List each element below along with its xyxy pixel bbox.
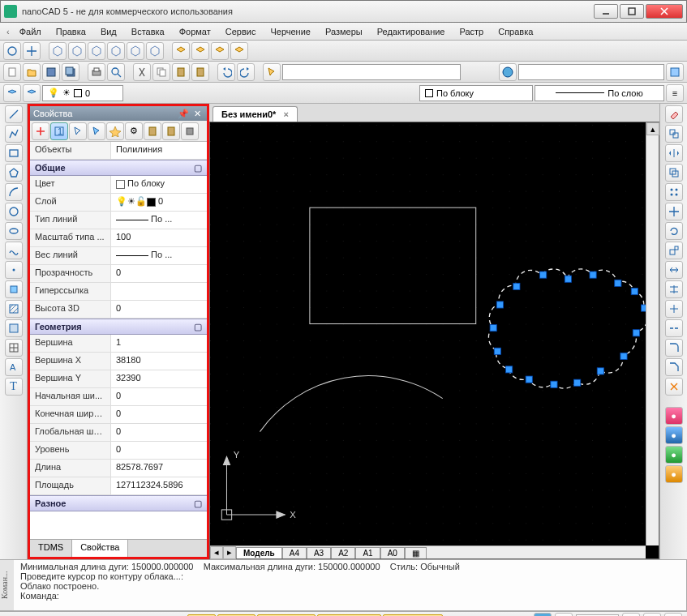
- tab-a0[interactable]: A0: [380, 547, 405, 558]
- command-window[interactable]: Коман... Минимальная длина дуги: 150000.…: [0, 559, 687, 611]
- menu-draw[interactable]: Черчение: [264, 25, 317, 38]
- properties-toggle-icon[interactable]: [666, 63, 684, 81]
- hatch-icon[interactable]: [5, 300, 23, 318]
- tab-a2[interactable]: A2: [331, 547, 355, 558]
- menu-insert[interactable]: Вставка: [125, 25, 171, 38]
- section-geometry[interactable]: Геометрия▢: [30, 319, 207, 335]
- prop-start-width-value[interactable]: 0: [111, 388, 207, 405]
- point-icon[interactable]: [5, 261, 23, 279]
- vertical-scrollbar[interactable]: ▴: [646, 122, 659, 545]
- tab-a1[interactable]: A1: [355, 547, 380, 558]
- app1-icon[interactable]: ●: [665, 407, 683, 425]
- tab-add-icon[interactable]: ▦: [405, 547, 427, 558]
- linetype-manager-icon[interactable]: ≡: [666, 84, 684, 102]
- undo-icon[interactable]: [217, 63, 235, 81]
- break-icon[interactable]: [665, 319, 683, 337]
- panel-close-icon[interactable]: ✕: [191, 109, 204, 119]
- trim-icon[interactable]: [665, 280, 683, 298]
- document-tab[interactable]: Без имени0* ×: [213, 106, 298, 122]
- tab-close-icon[interactable]: ×: [283, 109, 288, 119]
- iso-sw-icon[interactable]: [172, 42, 190, 60]
- prop-global-width-value[interactable]: 0: [111, 424, 207, 441]
- menu-dimensions[interactable]: Размеры: [319, 25, 369, 38]
- select-objects-icon[interactable]: [69, 122, 87, 140]
- box-left-icon[interactable]: [88, 42, 105, 60]
- status-icon2[interactable]: ▥: [555, 613, 573, 617]
- layer-manager-icon[interactable]: [3, 84, 21, 102]
- menu-help[interactable]: Справка: [492, 25, 539, 38]
- print-icon[interactable]: [88, 63, 105, 81]
- section-misc[interactable]: Разное▢: [30, 495, 207, 511]
- rectangle-icon[interactable]: [5, 144, 23, 162]
- paste-icon[interactable]: [172, 63, 190, 81]
- region-icon[interactable]: [5, 319, 23, 337]
- box-back-icon[interactable]: [68, 42, 86, 60]
- prop-vertex-value[interactable]: 1: [111, 335, 207, 352]
- open-icon[interactable]: [23, 63, 41, 81]
- search-input[interactable]: [518, 64, 664, 80]
- copy-obj-icon[interactable]: [665, 125, 683, 143]
- table-icon[interactable]: [5, 339, 23, 357]
- prop-hyperlink-value[interactable]: [111, 283, 207, 300]
- prop-vertex-y-value[interactable]: 32390: [111, 370, 207, 387]
- mirror-icon[interactable]: [665, 144, 683, 162]
- app2-icon[interactable]: ●: [665, 426, 683, 444]
- pick-add-icon[interactable]: [32, 122, 49, 140]
- app3-icon[interactable]: ●: [665, 446, 683, 464]
- horizontal-scrollbar[interactable]: ◂ ▸ Модель A4 A3 A2 A1 A0 ▦: [210, 545, 646, 558]
- pan-icon[interactable]: [23, 42, 41, 60]
- scroll-up-icon[interactable]: ▴: [646, 122, 659, 135]
- stretch-icon[interactable]: [665, 261, 683, 279]
- redo-icon[interactable]: [237, 63, 255, 81]
- polyline-icon[interactable]: [5, 125, 23, 143]
- help-icon[interactable]: [499, 63, 517, 81]
- box-right-icon[interactable]: [107, 42, 125, 60]
- erase-icon[interactable]: [665, 105, 683, 123]
- save-icon[interactable]: [42, 63, 60, 81]
- filter-icon[interactable]: [88, 122, 105, 140]
- orbit-icon[interactable]: [3, 42, 21, 60]
- prop-tool-icon[interactable]: ⚙: [125, 122, 143, 140]
- collapse-icon[interactable]: ▢: [194, 498, 202, 509]
- layer-state-icon[interactable]: [23, 84, 41, 102]
- linetype-combo[interactable]: По слою: [535, 85, 664, 101]
- prop-end-width-value[interactable]: 0: [111, 406, 207, 423]
- preview-icon[interactable]: [107, 63, 125, 81]
- tab-tdms[interactable]: TDMS: [30, 540, 72, 557]
- block-icon[interactable]: [5, 280, 23, 298]
- pick-icon[interactable]: [106, 122, 124, 140]
- copy-icon[interactable]: [152, 63, 170, 81]
- paste-props-icon[interactable]: [162, 122, 180, 140]
- iso-se-icon[interactable]: [191, 42, 209, 60]
- box-front-icon[interactable]: [49, 42, 67, 60]
- zoom-out-icon[interactable]: 🔍: [643, 613, 661, 617]
- text-icon[interactable]: T: [5, 378, 23, 396]
- polygon-icon[interactable]: [5, 164, 23, 182]
- iso-ne-icon[interactable]: [211, 42, 229, 60]
- box-bottom-icon[interactable]: [146, 42, 164, 60]
- line-icon[interactable]: [5, 105, 23, 123]
- scroll-left-icon[interactable]: ◂: [210, 546, 223, 559]
- canvas[interactable]: Y X ▴ ◂ ▸: [209, 122, 659, 559]
- section-general[interactable]: Общие▢: [30, 160, 207, 176]
- maximize-button[interactable]: [620, 4, 644, 19]
- app4-icon[interactable]: ●: [665, 465, 683, 483]
- copy-props-icon[interactable]: [144, 122, 161, 140]
- prop-linetype-value[interactable]: По ...: [111, 212, 207, 229]
- scroll-right-icon[interactable]: ▸: [223, 546, 236, 559]
- collapse-icon[interactable]: ▢: [194, 322, 202, 332]
- menu-raster[interactable]: Растр: [453, 25, 490, 38]
- ellipse-icon[interactable]: [5, 222, 23, 240]
- circle-icon[interactable]: [5, 203, 23, 220]
- object-type-value[interactable]: Полилиния: [111, 142, 207, 159]
- menu-prev-icon[interactable]: ‹: [5, 27, 11, 36]
- paste-special-icon[interactable]: [191, 63, 209, 81]
- tab-a3[interactable]: A3: [307, 547, 331, 558]
- menu-file[interactable]: Файл: [13, 25, 48, 38]
- move-icon[interactable]: [665, 203, 683, 220]
- mtext-icon[interactable]: A: [5, 358, 23, 376]
- prop-transparency-value[interactable]: 0: [111, 265, 207, 282]
- prop-lweight-value[interactable]: По ...: [111, 247, 207, 264]
- iso-nw-icon[interactable]: [230, 42, 248, 60]
- cut-icon[interactable]: [133, 63, 151, 81]
